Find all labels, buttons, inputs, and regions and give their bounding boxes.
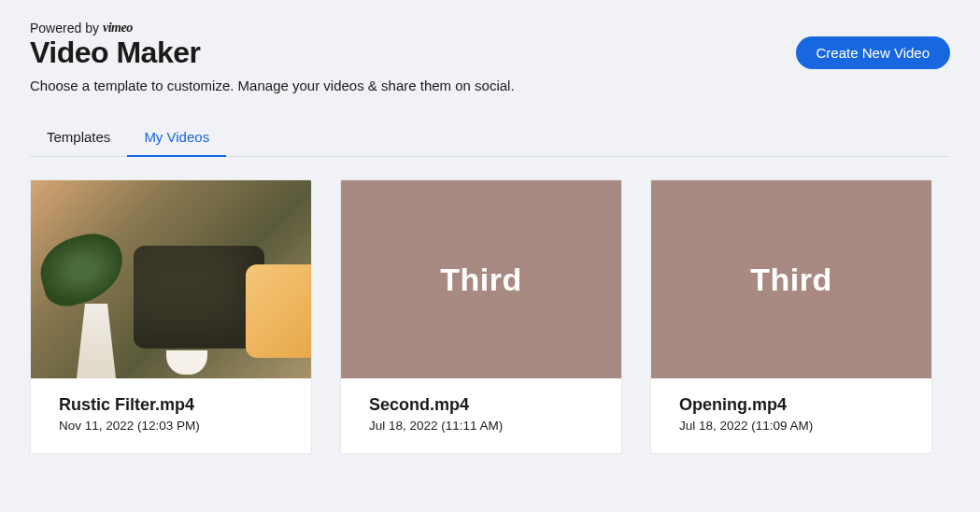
- video-title: Opening.mp4: [679, 395, 903, 415]
- video-thumbnail: Third: [341, 180, 621, 378]
- video-card[interactable]: Third Second.mp4 Jul 18, 2022 (11:11 AM): [340, 179, 622, 454]
- tabs: Templates My Videos: [30, 129, 950, 157]
- thumbnail-decor: [246, 264, 311, 358]
- page-title: Video Maker: [30, 36, 200, 70]
- powered-by-text: Powered by: [30, 21, 99, 36]
- video-card[interactable]: Third Opening.mp4 Jul 18, 2022 (11:09 AM…: [650, 179, 932, 454]
- thumbnail-decor: [166, 350, 207, 375]
- create-new-video-button[interactable]: Create New Video: [796, 36, 950, 69]
- thumbnail-text: Third: [440, 262, 521, 298]
- video-title: Rustic Filter.mp4: [59, 395, 283, 415]
- tab-my-videos[interactable]: My Videos: [144, 129, 209, 156]
- video-meta: Jul 18, 2022 (11:11 AM): [369, 419, 593, 433]
- powered-by: Powered by vimeo: [30, 21, 950, 36]
- thumbnail-text: Third: [750, 262, 831, 298]
- vimeo-logo: vimeo: [103, 21, 133, 36]
- thumbnail-decor: [134, 246, 264, 348]
- tab-templates[interactable]: Templates: [47, 129, 110, 156]
- page-subtitle: Choose a template to customize. Manage y…: [30, 78, 950, 93]
- video-grid: Rustic Filter.mp4 Nov 11, 2022 (12:03 PM…: [30, 179, 950, 454]
- video-meta: Nov 11, 2022 (12:03 PM): [59, 419, 283, 433]
- video-thumbnail: [31, 180, 311, 378]
- video-thumbnail: Third: [651, 180, 931, 378]
- video-meta: Jul 18, 2022 (11:09 AM): [679, 419, 903, 433]
- video-card[interactable]: Rustic Filter.mp4 Nov 11, 2022 (12:03 PM…: [30, 179, 312, 454]
- video-title: Second.mp4: [369, 395, 593, 415]
